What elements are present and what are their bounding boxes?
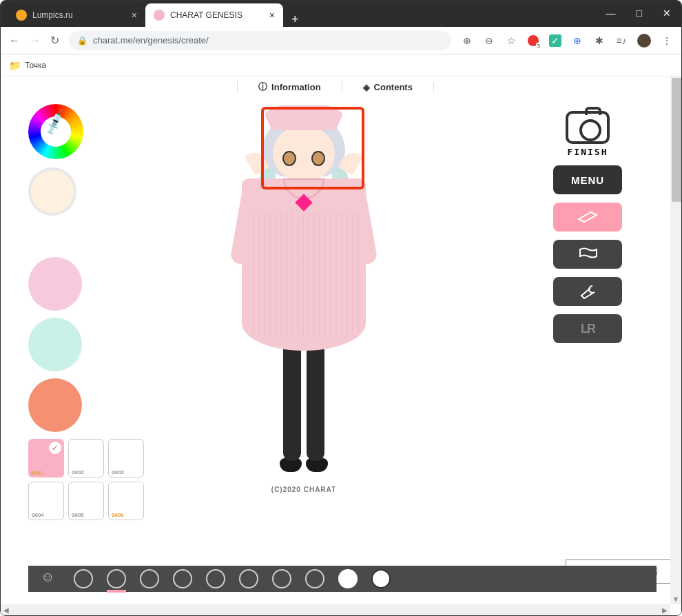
menu-icon[interactable]: ⋮ xyxy=(661,34,673,47)
flashlight-icon xyxy=(576,209,599,225)
star-icon[interactable]: ☆ xyxy=(505,34,517,47)
thumb-id: 0004 xyxy=(32,512,44,518)
back-button[interactable]: ← xyxy=(9,34,20,47)
thumb-0002[interactable]: 0002 xyxy=(68,439,104,478)
nav-label: Contents xyxy=(374,82,413,92)
app-top-nav: ⓘ Information ◈ Contents xyxy=(1,76,670,97)
thumb-id: 0002 xyxy=(72,469,84,475)
tab-lumpics[interactable]: Lumpics.ru × xyxy=(8,3,145,27)
close-icon[interactable]: × xyxy=(132,10,137,21)
tool-flag-button[interactable] xyxy=(553,240,622,269)
tab-title: Lumpics.ru xyxy=(32,10,73,20)
category-hair-front-icon[interactable] xyxy=(338,569,358,588)
category-hair-back-icon[interactable] xyxy=(371,569,391,588)
tab-charat[interactable]: CHARAT GENESIS × xyxy=(145,3,283,27)
leg-left xyxy=(283,337,301,461)
category-face-2-icon[interactable] xyxy=(107,569,126,588)
category-face-1-icon[interactable] xyxy=(74,569,93,588)
horizontal-scrollbar[interactable]: ◀ ▶ xyxy=(1,604,670,615)
scroll-down-icon[interactable]: ▼ xyxy=(670,593,681,604)
browser-window: Lumpics.ru × CHARAT GENESIS × + — □ ✕ ← … xyxy=(0,0,682,616)
scroll-right-icon[interactable]: ▶ xyxy=(659,604,670,615)
category-bar: ☺ xyxy=(28,566,657,592)
address-bar: ← → ↻ 🔒 charat.me/en/genesis/create/ ⊕ ⊖… xyxy=(1,27,681,54)
finish-button[interactable]: FINISH xyxy=(566,111,610,157)
new-tab-button[interactable]: + xyxy=(283,12,307,27)
forward-button[interactable]: → xyxy=(30,34,41,47)
skin-tone-swatch[interactable] xyxy=(28,167,76,216)
color-wheel-button[interactable]: 💉 xyxy=(28,104,83,159)
editor-main: 💉 ✓ 0001 0002 0003 0004 0005 xyxy=(1,97,670,604)
thumb-0005[interactable]: 0005 xyxy=(68,482,104,520)
leg-right xyxy=(307,337,324,461)
profile-avatar[interactable] xyxy=(637,34,651,48)
category-face-6-icon[interactable] xyxy=(272,569,291,588)
check-icon: ✓ xyxy=(49,442,61,454)
wrench-icon xyxy=(577,283,598,300)
close-icon[interactable]: × xyxy=(269,10,275,21)
camera-icon xyxy=(566,111,610,144)
thumb-0001[interactable]: ✓ 0001 xyxy=(28,439,64,478)
eyedropper-icon: 💉 xyxy=(40,107,70,137)
color-swatch-2[interactable] xyxy=(28,318,82,371)
left-panel: 💉 ✓ 0001 0002 0003 0004 0005 xyxy=(28,104,166,520)
category-face-4-icon[interactable] xyxy=(206,569,225,588)
reload-button[interactable]: ↻ xyxy=(50,34,59,47)
page-viewport: ⓘ Information ◈ Contents 💉 xyxy=(1,76,681,615)
url-text: charat.me/en/genesis/create/ xyxy=(93,35,209,45)
scroll-thumb[interactable] xyxy=(672,78,681,202)
nav-information[interactable]: ⓘ Information xyxy=(237,81,342,93)
color-swatch-3[interactable] xyxy=(28,378,82,432)
flag-icon xyxy=(577,247,598,262)
category-face-7-icon[interactable] xyxy=(305,569,324,588)
nav-contents[interactable]: ◈ Contents xyxy=(342,82,434,92)
menu-label: MENU xyxy=(571,174,604,186)
tool-wrench-button[interactable] xyxy=(553,277,622,306)
thumb-0006[interactable]: 0006 xyxy=(108,482,144,520)
lock-icon: 🔒 xyxy=(77,36,87,45)
tab-title: CHARAT GENESIS xyxy=(170,10,242,20)
lr-label: LR xyxy=(581,322,595,336)
thumb-id: 0005 xyxy=(72,512,84,518)
bookmarks-bar: 📁 Точка xyxy=(1,54,681,76)
info-icon: ⓘ xyxy=(258,81,267,93)
close-window-button[interactable]: ✕ xyxy=(663,8,671,19)
vertical-scrollbar[interactable]: ▲ ▼ xyxy=(670,76,681,604)
bookmark-item[interactable]: Точка xyxy=(25,61,46,70)
right-toolbar: FINISH MENU LR xyxy=(546,111,629,343)
nav-label: Information xyxy=(271,82,321,92)
globe-icon[interactable]: ⊕ xyxy=(571,34,583,47)
tool-lr-button[interactable]: LR xyxy=(553,314,622,343)
folder-icon: 📁 xyxy=(9,60,21,71)
extension-badge-icon[interactable]: 3 xyxy=(527,34,539,47)
scroll-left-icon[interactable]: ◀ xyxy=(1,604,12,615)
character xyxy=(207,97,400,483)
zoom-icon[interactable]: ⊖ xyxy=(483,34,495,47)
thumb-0004[interactable]: 0004 xyxy=(28,482,64,520)
legs xyxy=(283,337,324,461)
character-canvas: (C)2020 CHARAT xyxy=(194,97,414,497)
thumb-id: 0003 xyxy=(112,469,124,475)
maximize-button[interactable]: □ xyxy=(637,8,642,19)
url-input[interactable]: 🔒 charat.me/en/genesis/create/ xyxy=(69,31,451,50)
minimize-button[interactable]: — xyxy=(606,8,616,19)
color-swatch-1[interactable] xyxy=(28,257,82,311)
favicon xyxy=(154,10,165,21)
category-glasses-icon[interactable] xyxy=(140,569,159,588)
diamond-icon: ◈ xyxy=(363,82,370,92)
thumb-id: 0006 xyxy=(112,512,124,518)
menu-button[interactable]: MENU xyxy=(553,165,622,194)
category-face-5-icon[interactable] xyxy=(239,569,258,588)
category-random-icon[interactable]: ☺ xyxy=(41,569,60,588)
copyright-text: (C)2020 CHARAT xyxy=(271,486,336,493)
tool-flashlight-button[interactable] xyxy=(553,203,622,232)
thumb-0003[interactable]: 0003 xyxy=(108,439,144,478)
check-extension-icon[interactable]: ✓ xyxy=(549,34,561,47)
extensions-icon[interactable]: ✱ xyxy=(593,34,606,47)
favicon xyxy=(16,10,27,21)
reading-list-icon[interactable]: ≡♪ xyxy=(615,34,628,47)
category-face-3-icon[interactable] xyxy=(173,569,192,588)
dress xyxy=(242,178,366,351)
page-content: ⓘ Information ◈ Contents 💉 xyxy=(1,76,670,604)
install-icon[interactable]: ⊕ xyxy=(461,34,473,47)
